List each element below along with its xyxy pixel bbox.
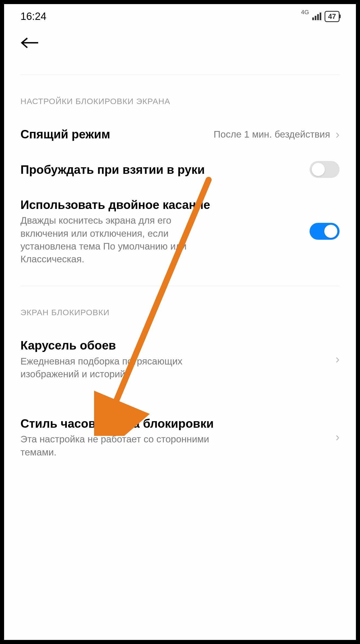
carousel-subtitle: Ежедневная подборка потрясающих изображе…: [20, 355, 217, 381]
row-sleep-mode[interactable]: Спящий режим После 1 мин. бездействия ›: [4, 117, 356, 151]
row-double-tap[interactable]: Использовать двойное касание Дважды косн…: [4, 187, 356, 275]
wake-on-pickup-toggle[interactable]: [310, 161, 340, 178]
status-time: 16:24: [20, 11, 46, 22]
status-bar: 16:24 4G 47: [4, 4, 356, 26]
section-header-lock-screen: ЭКРАН БЛОКИРОВКИ: [4, 286, 356, 328]
double-tap-title: Использовать двойное касание: [20, 197, 310, 212]
chevron-right-icon: ›: [335, 127, 340, 141]
clock-style-title: Стиль часов экрана блокировки: [20, 416, 335, 431]
section-header-lock-settings: НАСТРОЙКИ БЛОКИРОВКИ ЭКРАНА: [4, 75, 356, 117]
chevron-right-icon: ›: [335, 352, 340, 366]
network-4g-icon: 4G: [301, 9, 309, 16]
back-arrow-icon[interactable]: [20, 34, 40, 53]
row-wake-on-pickup[interactable]: Пробуждать при взятии в руки: [4, 151, 356, 187]
carousel-title: Карусель обоев: [20, 338, 335, 353]
clock-style-subtitle: Эта настройка не работает со сторонними …: [20, 433, 217, 458]
sleep-mode-title: Спящий режим: [20, 126, 214, 142]
row-wallpaper-carousel[interactable]: Карусель обоев Ежедневная подборка потря…: [4, 328, 356, 390]
status-right: 4G 47: [301, 11, 340, 22]
battery-level: 47: [328, 12, 336, 21]
signal-icon: [312, 13, 321, 20]
row-clock-style[interactable]: Стиль часов экрана блокировки Эта настро…: [4, 406, 356, 468]
wake-on-pickup-title: Пробуждать при взятии в руки: [20, 162, 310, 177]
chevron-right-icon: ›: [335, 430, 340, 444]
double-tap-subtitle: Дважды коснитесь экрана для его включени…: [20, 214, 217, 265]
double-tap-toggle[interactable]: [310, 223, 340, 240]
battery-icon: 47: [325, 11, 340, 22]
sleep-mode-value: После 1 мин. бездействия: [214, 129, 330, 140]
